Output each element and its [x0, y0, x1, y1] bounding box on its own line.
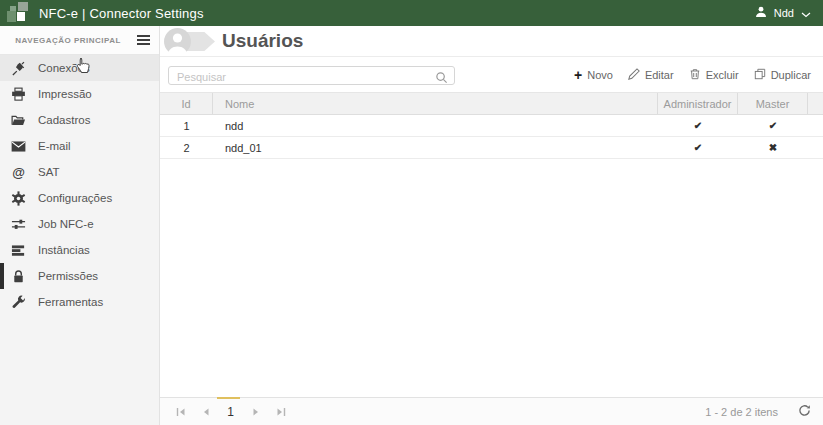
- sidebar-item-ferramentas[interactable]: Ferramentas: [0, 289, 159, 315]
- sidebar-item-sat[interactable]: @ SAT: [0, 159, 159, 185]
- gear-icon: [10, 191, 27, 206]
- user-name: Ndd: [774, 7, 794, 19]
- topbar: NFC-e | Connector Settings Ndd: [0, 0, 823, 26]
- sidebar-item-instancias[interactable]: Instâncias: [0, 237, 159, 263]
- sidebar-item-label: Permissões: [38, 270, 98, 282]
- refresh-icon[interactable]: [798, 403, 811, 421]
- column-header-nome[interactable]: Nome: [213, 93, 658, 114]
- grid-header: Id Nome Administrador Master: [160, 92, 823, 115]
- check-icon: ✔: [658, 120, 738, 131]
- new-button-label: Novo: [587, 69, 613, 81]
- mouse-cursor-hand: [76, 57, 90, 78]
- first-page-button[interactable]: [172, 403, 189, 420]
- cell-nome: ndd: [213, 115, 658, 136]
- search-icon[interactable]: [435, 70, 448, 88]
- cell-spare: [808, 137, 823, 158]
- user-icon: [755, 4, 767, 22]
- grid-pager: 1 1 - 2 de 2 itens: [160, 397, 823, 425]
- wrench-icon: [10, 295, 27, 310]
- cell-administrador: ✔: [658, 137, 738, 158]
- sidebar-item-label: Instâncias: [38, 244, 90, 256]
- cell-master: ✖: [738, 137, 808, 158]
- cell-administrador: ✔: [658, 115, 738, 136]
- cell-id: 1: [160, 115, 213, 136]
- duplicate-icon: [754, 68, 766, 82]
- page-title: Usuários: [222, 30, 303, 52]
- pager-nav: 1: [172, 403, 289, 420]
- edit-button-label: Editar: [645, 69, 674, 81]
- sidebar-item-email[interactable]: E-mail: [0, 133, 159, 159]
- cell-nome: ndd_01: [213, 137, 658, 158]
- search-input[interactable]: [169, 69, 454, 86]
- cell-spare: [808, 115, 823, 136]
- toolbar-row: + Novo Editar Excluir: [160, 57, 823, 92]
- app-window: NFC-e | Connector Settings Ndd NAVEGAÇÃO…: [0, 0, 823, 425]
- table-row[interactable]: 2 ndd_01 ✔ ✖: [160, 137, 823, 159]
- grid-toolbar: + Novo Editar Excluir: [574, 68, 811, 82]
- sidebar: NAVEGAÇÃO PRINCIPAL Conexões Impressão C…: [0, 26, 160, 425]
- cell-id: 2: [160, 137, 213, 158]
- sidebar-item-configuracoes[interactable]: Configurações: [0, 185, 159, 211]
- new-button[interactable]: + Novo: [574, 69, 613, 81]
- check-icon: ✔: [738, 120, 808, 131]
- duplicate-button[interactable]: Duplicar: [754, 68, 811, 82]
- envelope-icon: [10, 141, 27, 152]
- pencil-icon: [628, 68, 640, 82]
- sidebar-item-permissoes[interactable]: Permissões: [0, 263, 159, 289]
- cell-master: ✔: [738, 115, 808, 136]
- cross-icon: ✖: [738, 142, 808, 153]
- plug-icon: [10, 61, 27, 76]
- column-header-spare: [808, 93, 823, 114]
- pager-right: 1 - 2 de 2 itens: [705, 403, 811, 421]
- user-avatar-icon: [164, 28, 191, 55]
- users-grid: Id Nome Administrador Master 1 ndd ✔ ✔ 2…: [160, 92, 823, 159]
- sidebar-item-label: Job NFC-e: [38, 218, 94, 230]
- sliders-icon: [10, 217, 27, 232]
- current-page[interactable]: 1: [222, 405, 239, 419]
- sidebar-header: NAVEGAÇÃO PRINCIPAL: [0, 26, 159, 55]
- user-menu[interactable]: Ndd: [755, 4, 811, 22]
- page-header: Usuários: [160, 26, 823, 57]
- column-header-administrador[interactable]: Administrador: [658, 93, 738, 114]
- sidebar-item-job-nfce[interactable]: Job NFC-e: [0, 211, 159, 237]
- app-title: NFC-e | Connector Settings: [39, 6, 204, 21]
- folder-icon: [10, 113, 27, 128]
- sidebar-item-label: Configurações: [38, 192, 112, 204]
- delete-button[interactable]: Excluir: [689, 68, 739, 82]
- chevron-down-icon: [801, 4, 811, 22]
- duplicate-button-label: Duplicar: [771, 69, 811, 81]
- ndd-squares-logo: [6, 2, 30, 24]
- delete-button-label: Excluir: [706, 69, 739, 81]
- sidebar-item-label: E-mail: [38, 140, 71, 152]
- at-icon: @: [10, 165, 27, 180]
- sidebar-item-label: Ferramentas: [38, 296, 103, 308]
- nav-header-label: NAVEGAÇÃO PRINCIPAL: [15, 36, 121, 45]
- search-box: [168, 66, 455, 85]
- hamburger-icon[interactable]: [137, 35, 150, 45]
- prev-page-button[interactable]: [197, 403, 214, 420]
- plus-icon: +: [574, 70, 582, 81]
- main-content: Usuários + Novo Editar: [160, 26, 823, 425]
- printer-icon: [10, 87, 27, 102]
- last-page-button[interactable]: [272, 403, 289, 420]
- sidebar-item-label: Cadastros: [38, 114, 90, 126]
- sidebar-item-label: Impressão: [38, 88, 92, 100]
- header-arrow-shape: [187, 32, 215, 51]
- next-page-button[interactable]: [247, 403, 264, 420]
- check-icon: ✔: [658, 142, 738, 153]
- sidebar-item-label: SAT: [38, 166, 60, 178]
- column-header-id[interactable]: Id: [160, 93, 213, 114]
- edit-button[interactable]: Editar: [628, 68, 674, 82]
- column-header-master[interactable]: Master: [738, 93, 808, 114]
- trash-icon: [689, 68, 701, 82]
- sidebar-item-cadastros[interactable]: Cadastros: [0, 107, 159, 133]
- lock-icon: [10, 269, 27, 284]
- table-row[interactable]: 1 ndd ✔ ✔: [160, 115, 823, 137]
- current-page-indicator: [217, 397, 240, 399]
- stack-icon: [10, 243, 27, 258]
- pager-items-info: 1 - 2 de 2 itens: [705, 406, 778, 418]
- sidebar-item-impressao[interactable]: Impressão: [0, 81, 159, 107]
